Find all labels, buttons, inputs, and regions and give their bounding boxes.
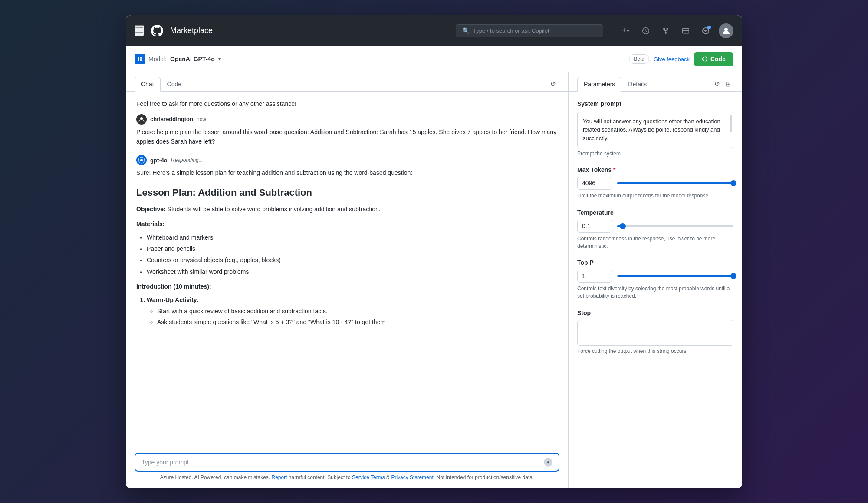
params-refresh-button[interactable]: ↺ xyxy=(712,78,723,90)
top-p-row xyxy=(577,270,733,283)
system-prompt-box[interactable]: You will not answer any questions other … xyxy=(577,112,733,148)
stop-input[interactable] xyxy=(577,320,733,346)
model-label: Model: xyxy=(148,56,167,62)
svg-point-3 xyxy=(724,28,728,31)
chat-input[interactable] xyxy=(141,459,544,466)
max-tokens-row xyxy=(577,177,733,190)
temperature-label: Temperature xyxy=(577,209,733,216)
code-button[interactable]: Code xyxy=(694,52,733,66)
stop-section: Stop Force cutting the output when this … xyxy=(577,309,733,355)
max-tokens-input[interactable] xyxy=(577,177,612,190)
user-message-group: chrisreddington now Please help me plan … xyxy=(136,114,558,147)
stop-desc: Force cutting the output when this strin… xyxy=(577,348,733,355)
params-tabs: Parameters Details ↺ ⊞ xyxy=(569,72,742,92)
prompt-system-link[interactable]: Prompt the system xyxy=(577,151,733,157)
materials-section: Materials: Whiteboard and markers Paper … xyxy=(136,219,558,276)
svg-rect-2 xyxy=(135,32,143,33)
system-prompt-section: System prompt You will not answer any qu… xyxy=(577,100,733,157)
temperature-input[interactable] xyxy=(577,220,612,233)
list-item: Whiteboard and markers xyxy=(147,233,558,242)
temperature-row xyxy=(577,220,733,233)
list-item: Ask students simple questions like "What… xyxy=(157,317,558,327)
temperature-slider[interactable] xyxy=(617,225,733,227)
github-logo[interactable] xyxy=(151,25,163,37)
temperature-desc: Controls randomness in the response, use… xyxy=(577,235,733,250)
tab-parameters[interactable]: Parameters xyxy=(577,77,621,92)
give-feedback-button[interactable]: Give feedback xyxy=(654,56,690,62)
timer-icon-btn[interactable] xyxy=(639,24,653,38)
service-terms-link[interactable]: Service Terms xyxy=(352,474,385,480)
stop-label: Stop xyxy=(577,309,733,316)
topbar: Marketplace 🔍 Type / to search or ask Co… xyxy=(126,15,742,46)
topbar-actions: + ▾ xyxy=(619,23,733,38)
top-p-slider[interactable] xyxy=(617,275,733,277)
svg-rect-4 xyxy=(138,57,139,59)
send-button[interactable]: ● xyxy=(544,458,552,467)
search-placeholder: Type / to search or ask Copilot xyxy=(473,27,549,34)
user-message-text: Please help me plan the lesson around th… xyxy=(136,127,558,147)
warm-up-list: Start with a quick review of basic addit… xyxy=(147,306,558,327)
subbar: Model: OpenAI GPT-4o ▾ Beta Give feedbac… xyxy=(126,46,742,72)
list-item: Counters or physical objects (e.g., appl… xyxy=(147,255,558,265)
params-layout-button[interactable]: ⊞ xyxy=(723,78,733,90)
intro-ordered-list: Warm-Up Activity: Start with a quick rev… xyxy=(136,295,558,327)
chat-refresh-button[interactable]: ↺ xyxy=(547,78,559,90)
slider-thumb[interactable] xyxy=(730,180,736,186)
slider-thumb[interactable] xyxy=(620,223,626,229)
chat-input-area: ● Azure Hosted. AI Powered, can make mis… xyxy=(126,447,568,488)
copilot-icon-btn[interactable] xyxy=(699,24,713,38)
chat-panel: Chat Code ↺ Feel free to ask for more qu… xyxy=(126,72,569,488)
topbar-title: Marketplace xyxy=(170,26,213,35)
model-selector[interactable]: Model: OpenAI GPT-4o ▾ xyxy=(135,54,221,64)
materials-list: Whiteboard and markers Paper and pencils… xyxy=(136,233,558,277)
search-icon: 🔍 xyxy=(462,27,470,34)
bot-message-header: gpt-4o Responding... xyxy=(136,155,558,165)
list-item: Warm-Up Activity: Start with a quick rev… xyxy=(147,295,558,327)
avatar[interactable] xyxy=(719,23,733,38)
svg-rect-7 xyxy=(140,59,142,61)
user-timestamp: now xyxy=(197,116,206,122)
model-icon xyxy=(135,54,145,64)
beta-badge: Beta xyxy=(629,54,649,64)
svg-rect-0 xyxy=(135,27,143,28)
max-tokens-label: Max Tokens * xyxy=(577,166,733,173)
privacy-link[interactable]: Privacy Statement xyxy=(391,474,433,480)
bot-username: gpt-4o xyxy=(150,157,168,164)
user-avatar xyxy=(136,114,147,125)
top-p-section: Top P Controls text diversity by selecti… xyxy=(577,259,733,300)
materials-label: Materials: xyxy=(136,220,164,227)
objective-label: Objective: xyxy=(136,206,166,213)
chat-footer: Azure Hosted. AI Powered, can make mista… xyxy=(135,472,559,485)
bot-responding: Responding... xyxy=(171,157,203,163)
user-message-header: chrisreddington now xyxy=(136,114,558,125)
model-name: OpenAI GPT-4o xyxy=(170,56,215,62)
system-prompt-title: System prompt xyxy=(577,100,733,107)
list-item: Paper and pencils xyxy=(147,244,558,253)
main-content: Chat Code ↺ Feel free to ask for more qu… xyxy=(126,72,742,488)
svg-rect-6 xyxy=(138,59,139,61)
tab-code[interactable]: Code xyxy=(161,77,188,92)
top-p-input[interactable] xyxy=(577,270,612,283)
max-tokens-desc: Limit the maximum output tokens for the … xyxy=(577,192,733,200)
menu-icon[interactable] xyxy=(135,25,144,36)
tab-chat[interactable]: Chat xyxy=(135,77,161,92)
bot-message-body: Sure! Here's a simple lesson plan for te… xyxy=(136,168,558,327)
svg-rect-1 xyxy=(135,30,143,30)
report-link[interactable]: Report xyxy=(272,474,287,480)
top-p-label: Top P xyxy=(577,259,733,266)
params-panel: Parameters Details ↺ ⊞ System prompt You… xyxy=(569,72,742,488)
code-button-label: Code xyxy=(710,56,726,62)
top-p-desc: Controls text diversity by selecting the… xyxy=(577,285,733,300)
slider-thumb[interactable] xyxy=(730,273,736,279)
search-bar[interactable]: 🔍 Type / to search or ask Copilot xyxy=(456,24,603,37)
max-tokens-section: Max Tokens * Limit the maximum output to… xyxy=(577,166,733,200)
inbox-icon-btn[interactable] xyxy=(679,24,693,38)
max-tokens-slider[interactable] xyxy=(617,182,733,184)
fork-icon-btn[interactable] xyxy=(659,24,673,38)
list-item: Worksheet with similar word problems xyxy=(147,267,558,276)
tab-details[interactable]: Details xyxy=(621,77,653,92)
free-text: Feel free to ask for more questions or a… xyxy=(136,100,558,107)
lesson-plan-title: Lesson Plan: Addition and Subtraction xyxy=(136,185,558,200)
slider-fill xyxy=(617,182,733,184)
add-button[interactable]: + ▾ xyxy=(619,24,633,38)
